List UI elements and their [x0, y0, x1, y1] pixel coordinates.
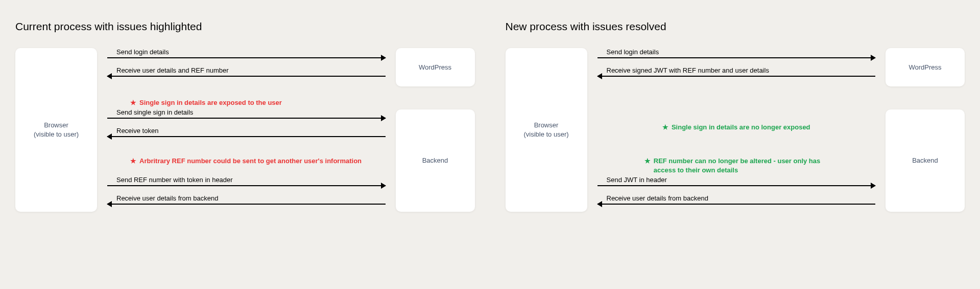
wordpress-box-left: WordPress [396, 48, 475, 86]
browser-label: Browser (visible to user) [523, 121, 568, 139]
backend-label: Backend [912, 156, 938, 165]
backend-box-right: Backend [886, 109, 965, 212]
issue-note-ref-arbitrary: ★ Arbritrary REF number could be sent to… [130, 157, 386, 166]
current-process-column: Current process with issues highlighted … [15, 20, 475, 222]
star-icon: ★ [130, 98, 136, 107]
arrow-label: Send login details [607, 48, 876, 56]
new-title: New process with issues resolved [506, 20, 965, 33]
arrow-receive-user-ref: Receive user details and REF number [107, 66, 386, 77]
note-text: Arbritrary REF number could be sent to g… [139, 157, 362, 166]
new-process-column: New process with issues resolved Browser… [506, 20, 965, 222]
note-text: Single sign in details are no longer exp… [672, 123, 810, 132]
current-title: Current process with issues highlighted [15, 20, 475, 33]
arrow-receive-token: Receive token [107, 127, 386, 137]
wordpress-label: WordPress [909, 63, 941, 72]
arrow-label: Receive user details from backend [607, 194, 876, 203]
arrow-label: Receive user details and REF number [116, 66, 386, 75]
browser-label: Browser (visible to user) [34, 121, 79, 139]
arrow-label: Send login details [116, 48, 386, 56]
browser-box-left: Browser (visible to user) [15, 48, 97, 212]
arrow-label: Receive signed JWT with REF number and u… [607, 66, 876, 75]
arrow-send-ref-token: Send REF number with token in header [107, 176, 386, 186]
wordpress-label: WordPress [419, 63, 451, 72]
arrow-receive-jwt: Receive signed JWT with REF number and u… [597, 66, 876, 77]
note-text: Single sign in details are exposed to th… [139, 98, 282, 107]
resolved-note-sso: ★ Single sign in details are no longer e… [592, 123, 881, 132]
arrow-label: Receive token [116, 127, 386, 135]
star-icon: ★ [130, 157, 136, 166]
arrow-send-login: Send login details [107, 48, 386, 58]
backend-label: Backend [422, 156, 448, 165]
note-text: REF number can no longer be altered - us… [654, 157, 828, 174]
arrow-receive-backend-details: Receive user details from backend [107, 194, 386, 205]
arrow-label: Receive user details from backend [116, 194, 386, 203]
wordpress-box-right: WordPress [886, 48, 965, 86]
arrow-label: Send REF number with token in header [116, 176, 386, 184]
arrow-send-login: Send login details [597, 48, 876, 58]
arrow-send-sso: Send single sign in details [107, 108, 386, 119]
arrow-send-jwt: Send JWT in header [597, 176, 876, 186]
browser-box-right: Browser (visible to user) [506, 48, 587, 212]
backend-box-left: Backend [396, 109, 475, 212]
resolved-note-ref: ★ REF number can no longer be altered - … [592, 157, 881, 174]
star-icon: ★ [644, 157, 651, 174]
star-icon: ★ [662, 123, 668, 132]
arrow-label: Send single sign in details [116, 108, 386, 117]
issue-note-sso-exposed: ★ Single sign in details are exposed to … [130, 98, 386, 107]
arrow-label: Send JWT in header [607, 176, 876, 184]
arrow-receive-backend-details: Receive user details from backend [597, 194, 876, 205]
